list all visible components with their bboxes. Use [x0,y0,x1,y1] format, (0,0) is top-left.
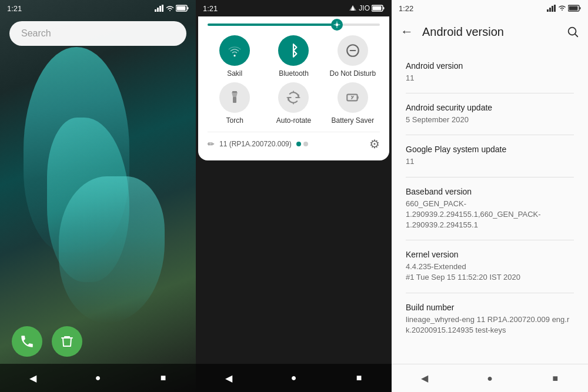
svg-point-10 [335,24,338,26]
qs-autorotate-icon [278,82,309,113]
qs-tiles-grid: Sakil Bluetooth Do No [208,35,380,125]
bin-icon-app[interactable] [52,326,82,357]
home-app-icons [12,326,82,357]
home-time: 1:21 [7,4,22,13]
brightness-slider[interactable] [208,24,380,26]
phone-svg [19,334,35,349]
about-item-build: Build number lineage_whyred-eng 11 RP1A.… [392,293,588,345]
svg-rect-2 [159,6,161,12]
svg-marker-18 [232,92,238,97]
qs-battery-icon [372,5,385,12]
battery-icon [176,5,189,12]
qs-footer-left: ✏ 11 (RP1A.200720.009) [208,139,308,149]
home-status-icons [155,5,189,12]
qs-tile-autorotate[interactable]: Auto-rotate [266,82,320,125]
qs-time: 1:21 [203,4,218,13]
search-bar[interactable]: Search [9,21,186,46]
svg-rect-25 [554,5,556,12]
qs-settings-icon[interactable]: ⚙ [369,137,380,151]
qs-dnd-icon [338,35,368,66]
quick-settings-panel: 1:21 JIO [196,0,392,392]
svg-rect-22 [547,9,549,12]
about-recents-nav[interactable]: ■ [546,369,564,388]
svg-rect-6 [177,6,186,11]
svg-rect-24 [552,6,553,12]
qs-autorotate-label: Auto-rotate [276,116,311,125]
qs-dropdown: Sakil Bluetooth Do No [198,16,389,160]
batterysaver-svg [345,90,360,105]
brightness-thumb [331,19,343,31]
qs-torch-label: Torch [226,116,243,125]
brightness-icon [333,21,340,28]
wifi-tile-svg [227,43,242,58]
qs-nav-bar: ◀ ● ■ [196,364,392,392]
qs-bluetooth-label: Bluetooth [279,69,309,78]
about-back-nav[interactable]: ◀ [415,369,434,388]
kernel-value: 4.4.235-Extended #1 Tue Sep 15 11:52:20 … [406,262,574,283]
phone-icon-app[interactable] [12,326,42,357]
recents-button[interactable]: ■ [154,368,173,387]
qs-home-button[interactable]: ● [285,368,303,387]
qs-bluetooth-icon [278,35,309,66]
back-button[interactable]: ◀ [24,368,42,387]
signal-icon [155,5,164,12]
about-item-kernel: Kernel version 4.4.235-Extended #1 Tue S… [392,240,588,292]
qs-page-dots [296,142,308,146]
home-screen: 1:21 Search [0,0,196,392]
qs-edit-icon[interactable]: ✏ [208,139,215,149]
home-status-bar: 1:21 [0,0,196,16]
qs-batterysaver-label: Battery Saver [331,116,374,125]
kernel-title: Kernel version [406,250,574,259]
svg-rect-5 [188,7,189,9]
qs-tile-wifi[interactable]: Sakil [208,35,262,78]
qs-tile-bluetooth[interactable]: Bluetooth [266,35,320,78]
svg-rect-1 [157,8,159,12]
about-signal-icon [547,5,556,12]
about-content: Android version 11 Android security upda… [392,47,588,364]
qs-recents-button[interactable]: ■ [350,368,369,387]
home-button[interactable]: ● [89,368,108,387]
android-version-value: 11 [406,73,574,83]
about-phone-panel: 1:22 ← Android version [392,0,588,392]
qs-status-bar: 1:21 JIO [196,0,392,16]
svg-rect-3 [162,5,163,12]
about-item-security: Android security update 5 September 2020 [392,93,588,135]
qs-dnd-label: Do Not Disturb [329,69,376,78]
qs-tile-dnd[interactable]: Do Not Disturb [326,35,380,78]
svg-line-30 [575,34,577,36]
about-battery-icon [568,5,581,12]
torch-svg [228,90,242,105]
android-version-title: Android version [406,61,574,71]
qs-footer: ✏ 11 (RP1A.200720.009) ⚙ [208,132,380,151]
qs-tile-batterysaver[interactable]: Battery Saver [326,82,380,125]
brightness-fill [208,24,337,26]
rotate-svg [286,90,301,105]
play-title: Google Play system update [406,145,574,154]
about-home-nav[interactable]: ● [480,369,499,388]
brightness-row [208,24,380,26]
about-item-play: Google Play system update 11 [392,135,588,176]
about-status-icons [547,5,581,12]
qs-tile-torch[interactable]: Torch [208,82,262,125]
svg-rect-27 [580,7,581,9]
security-title: Android security update [406,103,574,112]
play-value: 11 [406,156,574,167]
security-value: 5 September 2020 [406,115,574,125]
svg-rect-28 [569,6,578,11]
qs-dot-inactive [303,142,308,146]
about-back-button[interactable]: ← [396,21,417,42]
qs-version: 11 (RP1A.200720.009) [219,140,292,148]
search-placeholder: Search [21,28,51,38]
about-title: Android version [422,25,557,39]
baseband-title: Baseband version [406,187,574,196]
svg-rect-19 [232,91,237,93]
qs-status-icons: JIO [349,4,385,12]
qs-torch-icon [219,82,250,113]
qs-back-button[interactable]: ◀ [219,368,238,387]
about-search-button[interactable] [562,21,583,42]
qs-carrier: JIO [359,4,370,12]
svg-rect-8 [383,7,385,9]
svg-rect-23 [549,8,551,12]
home-nav-bar: ◀ ● ■ [0,364,196,392]
about-item-android-version: Android version 11 [392,52,588,93]
